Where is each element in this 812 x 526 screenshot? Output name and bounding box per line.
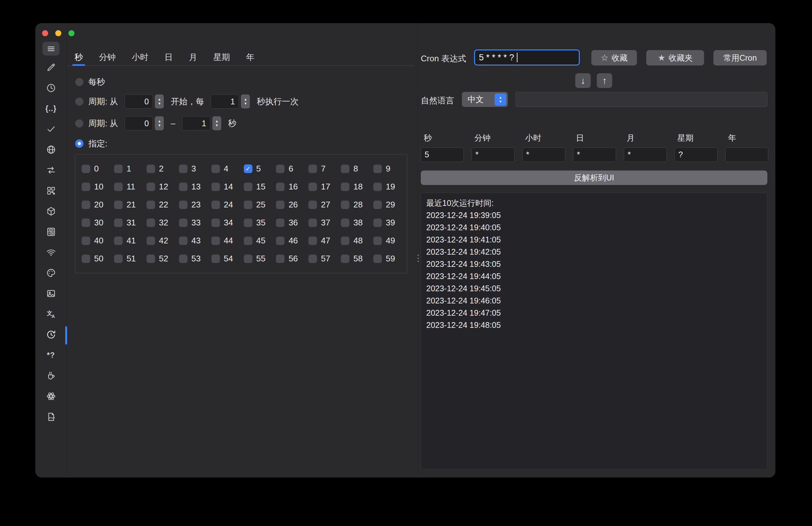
second-option-15[interactable]: 15: [241, 182, 274, 192]
option-specify[interactable]: 指定:: [75, 136, 107, 151]
second-option-49[interactable]: 49: [371, 236, 403, 246]
second-option-57[interactable]: 57: [306, 254, 338, 264]
sidebar-item-edit[interactable]: [35, 57, 67, 78]
second-option-10[interactable]: 10: [79, 182, 112, 192]
sidebar-item-pdf[interactable]: PDF: [35, 407, 67, 427]
reverse-parse-button[interactable]: 反解析到UI: [421, 171, 767, 185]
second-option-53[interactable]: 53: [176, 254, 209, 264]
second-option-52[interactable]: 52: [144, 254, 176, 264]
cron-field-input-month[interactable]: [624, 147, 667, 162]
second-option-25[interactable]: 25: [241, 200, 274, 210]
second-option-36[interactable]: 36: [273, 218, 306, 228]
range-to-input[interactable]: [182, 116, 211, 130]
second-option-1[interactable]: 1: [112, 164, 144, 174]
sidebar-item-braces[interactable]: {..}: [35, 98, 67, 119]
second-option-20[interactable]: 20: [79, 200, 112, 210]
tab-year[interactable]: 年: [246, 49, 255, 65]
stepper-control[interactable]: [241, 94, 250, 108]
cron-field-input-minute[interactable]: [472, 147, 514, 162]
cron-expression-input[interactable]: 5 * * * * ?: [474, 49, 580, 65]
second-option-3[interactable]: 3: [176, 164, 209, 174]
second-option-13[interactable]: 13: [176, 182, 209, 192]
cron-field-input-week[interactable]: [675, 147, 717, 162]
second-option-2[interactable]: 2: [144, 164, 176, 174]
second-option-40[interactable]: 40: [79, 236, 112, 246]
option-every-second[interactable]: 每秒: [75, 74, 105, 89]
second-option-12[interactable]: 12: [144, 182, 176, 192]
second-option-24[interactable]: 24: [209, 200, 241, 210]
second-option-18[interactable]: 18: [338, 182, 371, 192]
second-option-26[interactable]: 26: [273, 200, 306, 210]
move-down-button[interactable]: ↓: [575, 73, 591, 88]
second-option-8[interactable]: 8: [338, 164, 371, 174]
second-option-6[interactable]: 6: [273, 164, 306, 174]
language-select[interactable]: 中文: [462, 92, 508, 107]
second-option-28[interactable]: 28: [338, 200, 371, 210]
zoom-button[interactable]: [69, 30, 74, 36]
sidebar-item-image[interactable]: [35, 283, 67, 304]
stepper-control[interactable]: [155, 116, 164, 130]
close-button[interactable]: [42, 30, 48, 36]
cycle-every-input[interactable]: [211, 94, 239, 108]
favorites-folder-button[interactable]: ★ 收藏夹: [646, 50, 704, 65]
tab-minutes[interactable]: 分钟: [99, 49, 116, 65]
second-option-47[interactable]: 47: [306, 236, 338, 246]
second-option-33[interactable]: 33: [176, 218, 209, 228]
second-option-37[interactable]: 37: [306, 218, 338, 228]
second-option-32[interactable]: 32: [144, 218, 176, 228]
second-option-16[interactable]: 16: [273, 182, 306, 192]
option-cycle-range[interactable]: 周期: 从 – 秒: [75, 116, 236, 131]
sidebar-item-clock[interactable]: [35, 78, 67, 98]
second-option-43[interactable]: 43: [176, 236, 209, 246]
common-cron-button[interactable]: 常用Cron: [713, 50, 767, 65]
second-option-21[interactable]: 21: [112, 200, 144, 210]
second-option-9[interactable]: 9: [371, 164, 403, 174]
second-option-58[interactable]: 58: [338, 254, 371, 264]
second-option-11[interactable]: 11: [112, 182, 144, 192]
second-option-46[interactable]: 46: [273, 236, 306, 246]
sidebar-item-swap[interactable]: [35, 160, 67, 180]
second-option-34[interactable]: 34: [209, 218, 241, 228]
cron-field-input-hour[interactable]: [522, 147, 565, 162]
second-option-22[interactable]: 22: [144, 200, 176, 210]
second-option-44[interactable]: 44: [209, 236, 241, 246]
second-option-19[interactable]: 19: [371, 182, 403, 192]
favorite-button[interactable]: ☆ 收藏: [591, 50, 637, 65]
move-up-button[interactable]: ↑: [597, 73, 612, 88]
second-option-35[interactable]: 35: [241, 218, 274, 228]
range-from-input[interactable]: [125, 116, 153, 130]
second-option-14[interactable]: 14: [209, 182, 241, 192]
cron-field-input-day[interactable]: [573, 147, 616, 162]
second-option-55[interactable]: 55: [241, 254, 274, 264]
option-cycle-interval[interactable]: 周期: 从 开始，每 秒执行一次: [75, 94, 299, 109]
minimize-button[interactable]: [55, 30, 61, 36]
second-option-50[interactable]: 50: [79, 254, 112, 264]
stepper-control[interactable]: [212, 116, 221, 130]
second-option-48[interactable]: 48: [338, 236, 371, 246]
tab-hours[interactable]: 小时: [132, 49, 148, 65]
sidebar-item-atom[interactable]: [35, 386, 67, 407]
sidebar-item-translate[interactable]: 文A: [35, 304, 67, 324]
second-option-42[interactable]: 42: [144, 236, 176, 246]
second-option-59[interactable]: 59: [371, 254, 403, 264]
cron-field-input-year[interactable]: [725, 147, 768, 162]
cron-field-input-second[interactable]: [421, 147, 464, 162]
tab-month[interactable]: 月: [189, 49, 197, 65]
tab-seconds[interactable]: 秒: [74, 49, 83, 65]
pane-divider-handle[interactable]: ⋮: [414, 253, 421, 263]
second-option-4[interactable]: 4: [209, 164, 241, 174]
second-option-5[interactable]: 5: [241, 164, 274, 174]
second-option-41[interactable]: 41: [112, 236, 144, 246]
cycle-start-input[interactable]: [125, 94, 153, 108]
sidebar-item-regex[interactable]: *?: [35, 345, 67, 365]
second-option-30[interactable]: 30: [79, 218, 112, 228]
sidebar-item-encode[interactable]: [35, 180, 67, 201]
second-option-27[interactable]: 27: [306, 200, 338, 210]
second-option-29[interactable]: 29: [371, 200, 403, 210]
second-option-0[interactable]: 0: [79, 164, 112, 174]
sidebar-item-globe[interactable]: [35, 140, 67, 160]
sidebar-item-calculator[interactable]: [35, 222, 67, 242]
natural-language-output[interactable]: [516, 92, 767, 107]
sidebar-item-check[interactable]: [35, 119, 67, 140]
tab-week[interactable]: 星期: [213, 49, 230, 65]
